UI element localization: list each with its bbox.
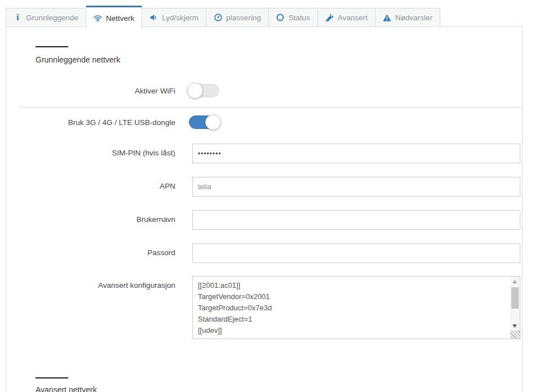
wifi-toggle[interactable] [188,83,219,99]
circle-icon [276,14,285,21]
toggle-knob [205,114,221,130]
speaker-icon [149,14,158,21]
tab-bar: i Grunnleggende Nettverk Lyd/s [6,8,440,29]
tab-nettverk[interactable]: Nettverk [86,6,142,29]
username-label: Brukernavn [6,215,175,224]
tab-nodvarsler[interactable]: Nødvarsler [375,8,440,27]
textarea-scrollbar[interactable] [510,277,520,331]
apn-label: APN [6,182,175,190]
section-rule [36,377,68,378]
advanced-config-label: Avansert konfigurasjon [6,281,175,289]
tab-label: Avansert [338,14,368,22]
section-title-basic-network: Grunnleggende nettverk [36,55,120,64]
scroll-up-icon[interactable] [512,280,517,283]
tab-label: Grunnleggende [26,14,78,22]
section-title-advanced-network: Avansert nettverk [36,385,97,392]
scrollbar-thumb[interactable] [511,287,519,309]
section-rule [36,46,68,47]
settings-page: i Grunnleggende Nettverk Lyd/s [0,0,535,392]
wifi-icon [94,14,102,22]
password-label: Passord [6,248,175,257]
tab-lyd-skjerm[interactable]: Lyd/skjerm [142,8,206,27]
wrench-icon [325,14,334,21]
scroll-down-icon[interactable] [512,324,517,328]
username-input[interactable] [192,210,520,230]
tab-status[interactable]: Status [268,8,318,27]
tab-plassering[interactable]: plassering [206,8,269,27]
section-divider [19,107,521,108]
apn-input[interactable] [192,177,520,197]
tab-label: Nettverk [106,14,134,23]
advanced-config-text: [[2001:ac01]] TargetVendor=0x2001 Target… [198,280,507,336]
sim-pin-label: SIM-PIN (hvis låst) [6,149,175,157]
tab-label: Lyd/skjerm [162,14,198,22]
tab-avansert[interactable]: Avansert [317,8,375,27]
warning-icon [383,14,391,21]
advanced-config-textarea[interactable]: [[2001:ac01]] TargetVendor=0x2001 Target… [192,276,520,339]
tab-label: plassering [226,14,261,22]
dongle-toggle[interactable] [189,114,220,130]
info-icon: i [14,14,22,21]
tab-grunnleggende[interactable]: i Grunnleggende [6,8,86,27]
tab-label: Nødvarsler [395,14,432,22]
sim-pin-input[interactable] [192,144,520,163]
password-input[interactable] [192,243,520,263]
toggle-knob [187,83,203,99]
network-settings-panel: Grunnleggende nettverk Aktiver WiFi Bruk… [6,26,523,392]
wifi-toggle-label: Aktiver WiFi [6,87,175,95]
resize-grip-icon[interactable] [510,331,520,338]
dongle-toggle-label: Bruk 3G / 4G / LTE USB-dongle [6,118,175,127]
tab-label: Status [289,14,310,22]
compass-icon [214,14,222,21]
